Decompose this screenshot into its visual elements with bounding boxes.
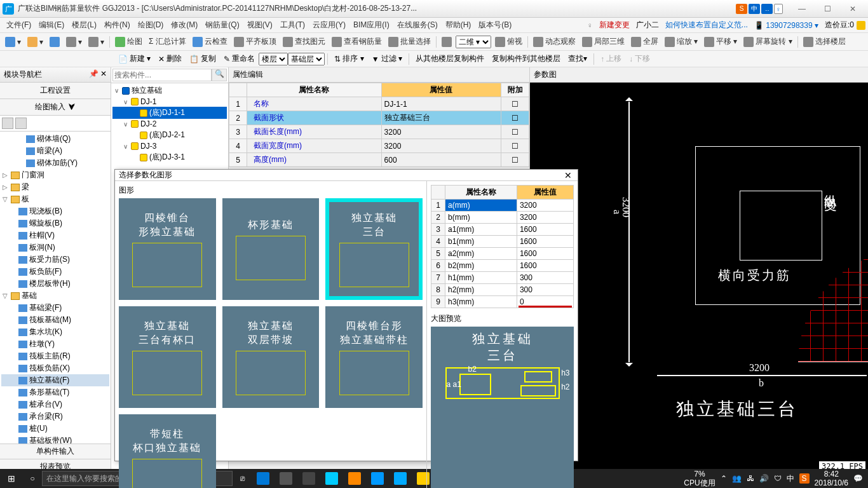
sum-button[interactable]: Σ 汇总计算 (146, 35, 189, 48)
close-button[interactable]: ✕ (840, 2, 865, 16)
tray-network-icon[interactable]: 🖧 (747, 474, 754, 483)
nav-tree-node[interactable]: 桩(U) (1, 423, 109, 435)
param-row[interactable]: 9h3(mm)0 (431, 296, 574, 308)
param-row[interactable]: 1a(mm)3200 (431, 200, 574, 212)
local3d-button[interactable]: 局部三维 (580, 35, 627, 48)
nav-tree-node[interactable]: ▷梁 (1, 181, 109, 193)
search-input[interactable] (112, 69, 212, 81)
menu-item[interactable]: 视图(V) (243, 18, 276, 32)
nav-tree-node[interactable]: 筏板基础(M) (1, 314, 109, 326)
menu-item[interactable]: 构件(N) (100, 18, 134, 32)
shape-card[interactable]: 四棱锥台形 独立基础带柱 (325, 306, 423, 408)
shape-card[interactable]: 独立基础 双层带坡 (222, 306, 320, 408)
component-tree-node[interactable]: ∨DJ-2 (112, 119, 227, 129)
redo-button[interactable]: ▾ (86, 36, 107, 48)
menu-item[interactable]: 帮助(H) (442, 18, 475, 32)
menu-item[interactable]: 版本号(B) (475, 18, 515, 32)
tray-notifications-icon[interactable]: 💬 (853, 474, 863, 483)
new-change-link[interactable]: 新建变更 (599, 20, 630, 30)
nav-tree-node[interactable]: 筏板负筋(X) (1, 362, 109, 374)
nav-tree-node[interactable]: 楼层板带(H) (1, 278, 109, 290)
draw-button[interactable]: 绘图 (112, 35, 145, 48)
nav-tab-settings[interactable]: 工程设置 (0, 83, 111, 99)
param-row[interactable]: 4b1(mm)1600 (431, 236, 574, 248)
sort-button[interactable]: ⇅ 排序 ▾ (330, 52, 367, 65)
tray-sougou-icon[interactable]: S (799, 473, 810, 484)
shape-card[interactable]: 杯形基础 (222, 198, 320, 300)
nav-tree-node[interactable]: ▷门窗洞 (1, 169, 109, 181)
property-row[interactable]: 3截面长度(mm)3200☐ (229, 125, 529, 139)
menu-item[interactable]: 绘图(D) (134, 18, 168, 32)
nav-tree-node[interactable]: 螺旋板(B) (1, 217, 109, 229)
menu-item[interactable]: BIM应用(I) (349, 18, 393, 32)
select-floor-button[interactable]: 选择楼层 (801, 35, 848, 48)
menu-item[interactable]: 钢筋量(Q) (201, 18, 243, 32)
param-row[interactable]: 8h2(mm)300 (431, 284, 574, 296)
property-row[interactable]: 1名称DJ-1-1☐ (229, 97, 529, 111)
tb-copy-button[interactable]: 📋 复制 (186, 52, 220, 65)
menu-item[interactable]: 云应用(Y) (309, 18, 349, 32)
nav-tree-node[interactable]: 基础板带(W) (1, 435, 109, 444)
nav-tree-node[interactable]: 柱墩(Y) (1, 338, 109, 350)
shape-card[interactable]: 四棱锥台 形独立基础 (119, 198, 216, 300)
find-button[interactable]: 查找图元 (280, 35, 328, 48)
param-table[interactable]: 属性名称属性值 1a(mm)32002b(mm)32003a1(mm)16004… (431, 185, 574, 308)
search-button[interactable]: 🔍 (212, 69, 227, 81)
nav-tree[interactable]: 砌体墙(Q)暗梁(A)砌体加筋(Y)▷门窗洞▷梁▽板现浇板(B)螺旋板(B)柱帽… (0, 132, 111, 444)
nav-tree-node[interactable]: 筏板主筋(R) (1, 350, 109, 362)
save-button[interactable] (47, 36, 62, 48)
help-tip-link[interactable]: 如何快速布置自定义范... (665, 20, 748, 30)
move-up-button[interactable]: ↑ 上移 (597, 52, 625, 65)
tray-clock[interactable]: 8:422018/10/6 (815, 470, 848, 488)
user-label[interactable]: 广小二 (636, 20, 659, 30)
nav-pin-icon[interactable]: 📌 ✕ (89, 69, 107, 80)
minimize-button[interactable]: — (789, 2, 815, 16)
nav-tree-node[interactable]: 板受力筋(S) (1, 254, 109, 266)
menu-item[interactable]: 修改(M) (167, 18, 201, 32)
drawing-canvas[interactable]: a 3200 横向受力筋 纵向受 3200 b 独立基础三台 322.1 FPS (530, 83, 868, 474)
move-down-button[interactable]: ↓ 下移 (625, 52, 654, 65)
dyn-view-button[interactable]: 动态观察 (531, 35, 578, 48)
copy-from-button[interactable]: 从其他楼层复制构件 (412, 52, 488, 65)
nav-tree-node[interactable]: ▽基础 (1, 290, 109, 302)
tray-shield-icon[interactable]: 🛡 (774, 474, 782, 483)
dialog-close-button[interactable]: ✕ (562, 170, 574, 180)
cloud-check-button[interactable]: 云检查 (190, 35, 230, 48)
component-tree-node[interactable]: ∨DJ-1 (112, 97, 227, 107)
shape-card[interactable]: 独立基础 三台 (325, 198, 423, 300)
copy-to-button[interactable]: 复制构件到其他楼层 (488, 52, 564, 65)
component-tree[interactable]: ∨独立基础∨DJ-1(底)DJ-1-1∨DJ-2(底)DJ-2-1∨DJ-3(底… (111, 83, 228, 165)
open-button[interactable]: ▾ (25, 36, 46, 48)
component-tree-node[interactable]: ∨独立基础 (112, 85, 227, 97)
nav-tab-draw[interactable]: 绘图输入 ⮟ (0, 99, 111, 116)
undo-button[interactable]: ▾ (64, 36, 85, 48)
view-rebar-button[interactable]: 查看钢筋量 (329, 35, 384, 48)
dim-select[interactable]: 二维 ▾ (456, 36, 491, 48)
tb-new-button[interactable]: 📄 新建 ▾ (114, 52, 154, 65)
cortana-button[interactable]: ○ (23, 474, 42, 483)
param-row[interactable]: 6b2(mm)1600 (431, 260, 574, 272)
property-row[interactable]: 2截面形状独立基础三台☐ (229, 111, 529, 125)
menu-item[interactable]: 编辑(E) (35, 18, 68, 32)
bean-count[interactable]: 造价豆:0 (825, 20, 865, 30)
property-row[interactable]: 4截面宽度(mm)3200☐ (229, 139, 529, 153)
nav-icon-row[interactable] (0, 116, 111, 132)
menu-item[interactable]: 楼层(L) (68, 18, 100, 32)
fullscreen-button[interactable]: 全屏 (628, 35, 661, 48)
filter-button[interactable]: ▼ 过滤 ▾ (368, 52, 406, 65)
base-select[interactable]: 基础层 (288, 53, 325, 65)
nav-tree-node[interactable]: 集水坑(K) (1, 326, 109, 338)
nav-tree-node[interactable]: 暗梁(A) (1, 145, 109, 157)
pan-button[interactable]: 平移 ▾ (702, 35, 740, 48)
param-row[interactable]: 2b(mm)3200 (431, 212, 574, 224)
fushi-button[interactable]: 俯视 (492, 35, 525, 48)
param-row[interactable]: 3a1(mm)1600 (431, 224, 574, 236)
tray-people-icon[interactable]: 👥 (732, 474, 742, 483)
nav-tree-node[interactable]: 板负筋(F) (1, 266, 109, 278)
nav-tree-node[interactable]: 承台梁(R) (1, 410, 109, 423)
find-more-button[interactable]: 查找▾ (564, 52, 591, 65)
nav-tree-node[interactable]: 柱帽(V) (1, 229, 109, 241)
rotate-button[interactable]: 屏幕旋转 ▾ (741, 35, 794, 48)
ime-toolbar[interactable]: S中‥ ♀ (736, 4, 783, 14)
param-row[interactable]: 7h1(mm)300 (431, 272, 574, 284)
